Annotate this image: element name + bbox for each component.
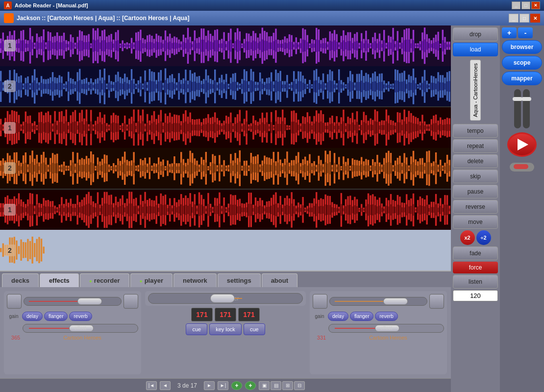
delete-btn[interactable]: delete [453, 154, 498, 168]
right-reverb-btn[interactable]: reverb [375, 312, 397, 321]
svg-rect-273 [307, 42, 308, 49]
view-btn-2[interactable]: ▤ [271, 381, 281, 390]
crossfader[interactable]: cross fader [148, 293, 303, 304]
slider-1[interactable] [514, 89, 521, 128]
tab-decks[interactable]: decks [2, 273, 39, 287]
close-button[interactable]: ✕ [531, 1, 540, 9]
tab-network[interactable]: network [173, 273, 217, 287]
mapper-btn[interactable]: mapper [502, 72, 542, 85]
right-fader-bottom-btn[interactable] [429, 294, 444, 309]
right-gain-fader[interactable] [329, 297, 427, 306]
svg-rect-53 [59, 42, 60, 49]
view-btns: ▣ ▤ ⊞ ⊟ [259, 381, 305, 390]
tab-recorder[interactable]: recorder [80, 273, 129, 287]
app-maximize-button[interactable]: □ [519, 14, 529, 23]
svg-rect-905 [117, 123, 119, 132]
bpm-box-1: 171 [191, 308, 213, 321]
window-controls: _ □ ✕ [512, 1, 540, 9]
load-btn[interactable]: load [453, 43, 498, 56]
skip-btn[interactable]: skip [453, 170, 498, 183]
svg-rect-439 [43, 84, 44, 89]
svg-rect-1925 [365, 206, 367, 214]
svg-rect-795 [444, 83, 445, 90]
svg-rect-317 [356, 41, 358, 50]
drop-btn[interactable]: drop [453, 27, 498, 41]
plus-btn[interactable]: + [502, 27, 517, 38]
svg-rect-661 [293, 81, 295, 92]
app-close-button[interactable]: ✕ [530, 14, 540, 23]
svg-rect-145 [162, 44, 164, 48]
view-btn-3[interactable]: ⊞ [282, 381, 293, 390]
div2-btn[interactable]: ÷2 [476, 230, 491, 245]
svg-rect-311 [349, 41, 351, 50]
times2-btn[interactable]: x2 [460, 230, 475, 245]
tab-about[interactable]: about [262, 273, 297, 287]
right-flanger-btn[interactable]: flanger [350, 312, 374, 321]
move-btn[interactable]: move [453, 215, 498, 229]
pause-btn[interactable]: pause [453, 185, 498, 198]
first-page-btn[interactable]: |◄ [146, 381, 157, 390]
svg-rect-257 [289, 42, 290, 49]
last-page-btn[interactable]: ►| [218, 381, 228, 390]
svg-rect-155 [173, 43, 175, 49]
minus-btn[interactable]: - [518, 27, 533, 38]
tab-player[interactable]: player [130, 273, 173, 287]
red-fader[interactable] [510, 163, 534, 172]
right-effect-fader[interactable]: effect [328, 324, 444, 333]
svg-rect-1895 [331, 207, 333, 212]
svg-rect-397 [446, 44, 448, 47]
slider-2[interactable] [523, 89, 530, 128]
left-fader-bottom-btn[interactable] [124, 294, 138, 309]
listen-btn[interactable]: listen [453, 275, 498, 289]
fade-btn[interactable]: fade [453, 246, 498, 260]
cue-right-btn[interactable]: cue [244, 323, 265, 335]
left-flanger-btn[interactable]: flanger [44, 312, 68, 321]
key-lock-btn[interactable]: key lock [209, 323, 242, 335]
svg-rect-1185 [433, 123, 434, 132]
left-delay-btn[interactable]: delay [22, 312, 43, 321]
force-btn[interactable]: force [453, 262, 498, 273]
svg-rect-307 [345, 42, 346, 49]
svg-rect-1937 [379, 205, 380, 214]
track-2-light: 2 [0, 230, 451, 270]
right-delay-btn[interactable]: delay [328, 312, 348, 321]
repeat-btn[interactable]: repeat [453, 139, 498, 153]
svg-rect-1297 [108, 167, 110, 170]
left-fader-top-btn[interactable] [7, 294, 22, 309]
maximize-button[interactable]: □ [521, 1, 530, 9]
tempo-btn[interactable]: tempo [453, 124, 498, 138]
svg-rect-1443 [273, 163, 274, 174]
next-page-btn[interactable]: ► [204, 381, 215, 390]
left-reverb-btn[interactable]: reverb [69, 312, 92, 321]
svg-rect-1449 [279, 165, 281, 171]
minimize-button[interactable]: _ [512, 1, 520, 9]
svg-rect-1487 [322, 167, 324, 170]
svg-rect-1249 [54, 164, 55, 173]
left-gain-fader[interactable] [24, 297, 122, 306]
prev-page-btn[interactable]: ◄ [160, 381, 171, 390]
svg-rect-1989 [437, 207, 439, 212]
svg-rect-1239 [43, 163, 44, 174]
cue-left-btn[interactable]: cue [186, 323, 207, 335]
app-minimize-button[interactable]: _ [509, 14, 519, 23]
reverse-btn[interactable]: reverse [453, 200, 498, 214]
browser-btn[interactable]: browser [502, 40, 542, 54]
svg-rect-1821 [248, 204, 249, 216]
left-effect-fader[interactable]: effect [23, 324, 138, 333]
view-btn-4[interactable]: ⊟ [294, 381, 305, 390]
svg-rect-427 [29, 85, 31, 87]
zoom-in-btn[interactable]: + [231, 381, 242, 390]
scope-btn[interactable]: scope [502, 56, 542, 70]
svg-rect-163 [183, 42, 184, 49]
view-btn-1[interactable]: ▣ [259, 381, 270, 390]
svg-rect-1067 [300, 126, 301, 129]
zoom-out-btn[interactable]: + [245, 381, 256, 390]
right-fader-top-btn[interactable] [313, 294, 327, 309]
tab-effects[interactable]: effects [40, 273, 79, 287]
play-btn[interactable] [507, 132, 537, 157]
svg-rect-943 [160, 122, 162, 134]
svg-rect-101 [113, 44, 114, 48]
tab-settings[interactable]: settings [218, 273, 261, 287]
app-window-controls: _ □ ✕ [509, 14, 540, 23]
svg-rect-477 [86, 83, 87, 89]
